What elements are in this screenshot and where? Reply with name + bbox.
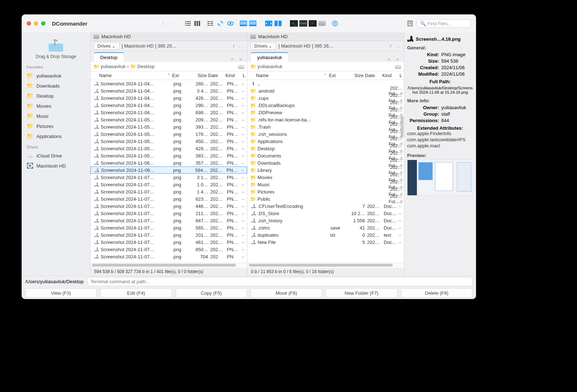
file-row[interactable]: 🏞Screenshot 2024-11-07…png704202PN–: [91, 253, 247, 260]
file-row[interactable]: 📁.Trash202…Fol…d: [247, 123, 404, 130]
file-row[interactable]: ⬆..: [247, 80, 404, 87]
file-row[interactable]: 🏞Screenshot 2024-11-07…png461…202…PN…–: [91, 239, 247, 246]
file-row[interactable]: 🏞Screenshot 2024-11-07…png211…202…PN…–: [91, 210, 247, 217]
right-breadcrumb[interactable]: 📁yuliiasavliuk 📖: [247, 62, 404, 71]
minimize-icon[interactable]: [34, 21, 38, 26]
file-row[interactable]: 🏞New File5202…Doc…–: [247, 239, 404, 246]
sidebar-item[interactable]: 📁Downloads: [24, 81, 88, 91]
file-row[interactable]: 📁.zsh_sessions202…Fol…d: [247, 130, 404, 138]
activity-icon[interactable]: ⫴⫴: [309, 20, 317, 27]
h-scrollbar[interactable]: [247, 263, 404, 268]
file-row[interactable]: 🏞.zsh_history1 556202…Doc…–: [247, 217, 404, 224]
file-row[interactable]: 🏞Screenshot 2024-11-07…png623…202…PN…–: [91, 195, 247, 202]
fn-button[interactable]: New Folder (F7): [326, 288, 397, 298]
sync-icon[interactable]: [216, 20, 224, 27]
file-row[interactable]: 📁Applications202…Fol…d: [247, 138, 404, 145]
forward-icon[interactable]: 〉: [169, 20, 174, 27]
file-row[interactable]: 🏞.zshrcsave41202…Doc…–: [247, 224, 404, 231]
file-row[interactable]: 📁.DDLocalBackups202…Fol…d: [247, 102, 404, 109]
file-row[interactable]: 🏞Screenshot 2024-11-07…png201…202…PN…–: [91, 231, 247, 239]
file-row[interactable]: 🏞Screenshot 2024-11-05…png178…202…PN…–: [91, 130, 247, 138]
file-row[interactable]: 📁Public202…Fol…d: [247, 195, 404, 202]
terminal-dark-icon[interactable]: >_: [290, 20, 298, 27]
file-row[interactable]: 🏞Screenshot 2024-11-07…png1 4…202…PN…–: [91, 188, 247, 195]
file-row[interactable]: 🏞Screenshot 2024-11-04…png290…202…PN…–: [91, 102, 247, 109]
zoom-icon[interactable]: [41, 21, 45, 26]
file-row[interactable]: 🏞.CFUserTextEncoding7202…Doc…–: [247, 202, 404, 210]
clone-panel-icon[interactable]: [274, 20, 282, 27]
drives-button[interactable]: Drives ⌄: [250, 42, 276, 50]
file-row[interactable]: 🏞Screenshot 2024-11-05…png393…202…PN…–: [91, 123, 247, 130]
file-row[interactable]: 📁Library202…Fol…d: [247, 166, 404, 174]
file-row[interactable]: 🏞Screenshot 2024-11-04…png426…202…PN…–: [91, 94, 247, 102]
bookmark-icon[interactable]: 📖: [395, 64, 401, 70]
file-row[interactable]: 📁.android202…Fol…d: [247, 87, 404, 94]
drives-button[interactable]: Drives ⌄: [93, 42, 119, 50]
back-icon[interactable]: 〈: [159, 20, 164, 27]
file-row[interactable]: 🏞Screenshot 2024-11-06…png357…202…PN…–: [91, 159, 247, 166]
tab-nav[interactable]: < >: [388, 57, 401, 62]
console-icon[interactable]: CONSOLE: [299, 20, 307, 27]
right-tab[interactable]: yuliiasavliuk: [250, 52, 289, 62]
file-row[interactable]: 🏞Screenshot 2024-11-07…png1 0…202…PN…–: [91, 181, 247, 188]
left-file-list[interactable]: 🏞Screenshot 2024-11-04…png280…202…PN…–🏞S…: [91, 80, 247, 263]
right-file-list[interactable]: ⬆..📁.android202…Fol…d📁.cups202…Fol…d📁.DD…: [247, 80, 404, 263]
file-row[interactable]: 📁Movies202…Fol…d: [247, 174, 404, 181]
file-row[interactable]: 📁Music202…Fol…d: [247, 181, 404, 188]
file-row[interactable]: 🏞duplicatestxt0202…text–: [247, 231, 404, 239]
drop-zone[interactable]: Drag & Drop Storage: [24, 36, 88, 61]
file-row[interactable]: 🏞.DS_Store10 2…202…Doc…–: [247, 210, 404, 217]
file-row[interactable]: 📁Desktop202…Fol…d: [247, 145, 404, 152]
file-row[interactable]: 🏞Screenshot 2024-11-07…png565…202…PN…–: [91, 224, 247, 231]
sidebar-item[interactable]: 📁Movies: [24, 101, 88, 111]
fn-button[interactable]: View (F3): [25, 288, 97, 298]
file-row[interactable]: 📁Documents202…Fol…d: [247, 152, 404, 159]
file-row[interactable]: 🏞Screenshot 2024-11-04…png280…202…PN…–: [91, 80, 247, 87]
fn-button[interactable]: Edit (F4): [100, 288, 172, 298]
file-row[interactable]: 🏞Screenshot 2024-11-05…png383…202…PN…–: [91, 152, 247, 159]
left-breadcrumb[interactable]: 📁yuliiasavliuk› 📁Desktop 📖: [91, 62, 247, 71]
swap-panels-icon[interactable]: [265, 20, 273, 27]
file-row[interactable]: 🏞Screenshot 2024-11-04…png3 4…202…PN…–: [91, 87, 247, 94]
file-row[interactable]: 📁.ntfs-for-mac-license-ba…202…Fol…d: [247, 116, 404, 123]
disk-icon[interactable]: [318, 20, 326, 27]
left-tab[interactable]: Desktop: [93, 52, 124, 62]
fn-button[interactable]: Copy (F5): [176, 288, 247, 298]
file-row[interactable]: 🏞Screenshot 2024-11-07…png3 1…202…PN…–: [91, 174, 247, 181]
h-scrollbar[interactable]: [91, 263, 247, 268]
right-columns[interactable]: Name⌃ Ext Size Date Kind L: [247, 71, 404, 80]
file-row[interactable]: 🏞Screenshot 2024-11-05…png428…202…PN…–: [91, 145, 247, 152]
file-row[interactable]: 🏞Screenshot 2024-11-06…png594…202…PN…–: [91, 166, 247, 174]
brief-view-icon[interactable]: [206, 20, 214, 27]
left-disk-header[interactable]: Macintosh HD: [91, 32, 247, 41]
file-row[interactable]: 🏞Screenshot 2024-11-05…png209…202…PN…–: [91, 116, 247, 123]
file-row[interactable]: 🏞Screenshot 2024-11-04…png698…202…PN…–: [91, 109, 247, 116]
left-columns[interactable]: Name⌃ Ext Size Date Kind L: [91, 71, 247, 80]
tab-nav[interactable]: < >: [231, 57, 244, 62]
file-row[interactable]: 🏞Screenshot 2024-11-07…png847…202…PN…–: [91, 217, 247, 224]
search-input[interactable]: 🔍 Find Files...: [417, 19, 471, 28]
sidebar-item[interactable]: 📁Desktop: [24, 91, 88, 101]
list-view-icon[interactable]: [184, 20, 192, 27]
panel-right-icon[interactable]: [249, 20, 257, 27]
fn-button[interactable]: Move (F6): [251, 288, 322, 298]
file-row[interactable]: 📁Downloads202…Fol…d: [247, 159, 404, 166]
file-row[interactable]: 🏞Screenshot 2024-11-07…png850…202…PN…–: [91, 246, 247, 253]
network-icon[interactable]: [331, 20, 339, 27]
panel-left-icon[interactable]: [239, 20, 247, 27]
file-row[interactable]: 🏞Screenshot 2024-11-07…png446…202…PN…–: [91, 202, 247, 210]
sidebar-item[interactable]: 💽Macintosh HD: [24, 161, 88, 171]
sidebar-item[interactable]: 📁yuliiasavliuk: [24, 71, 88, 81]
sidebar-item[interactable]: 📁Music: [24, 111, 88, 121]
right-disk-header[interactable]: Macintosh HD: [247, 32, 404, 41]
file-row[interactable]: 📁Pictures202…Fol…d: [247, 188, 404, 195]
sidebar-item[interactable]: 📁Pictures: [24, 121, 88, 131]
hidden-files-icon[interactable]: [226, 20, 234, 27]
bookmark-icon[interactable]: 📖: [238, 64, 244, 70]
close-icon[interactable]: [27, 21, 31, 26]
info-panel-icon[interactable]: [407, 20, 415, 27]
fn-button[interactable]: Delete (F8): [401, 288, 472, 298]
v-scrollbar[interactable]: [401, 116, 404, 138]
file-row[interactable]: 📁.DDPreview202…Fol…d: [247, 109, 404, 116]
file-row[interactable]: 🏞Screenshot 2024-11-05…png450…202…PN…–: [91, 138, 247, 145]
